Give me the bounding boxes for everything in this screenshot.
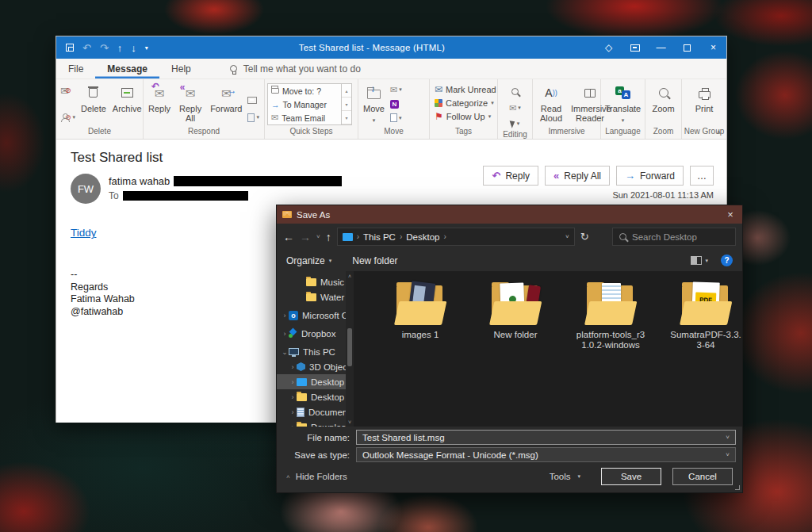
more-actions-button[interactable]: … — [690, 166, 714, 186]
chevron-down-icon[interactable]: ˅ — [726, 451, 730, 458]
hide-folders-button[interactable]: ˄Hide Folders — [286, 472, 347, 481]
archive-button[interactable]: Archive — [110, 83, 144, 114]
coming-soon-gem-icon[interactable]: ◇ — [596, 36, 622, 59]
actions-button[interactable]: ▾ — [390, 112, 402, 124]
tree-item-microsoft-outlook[interactable]: ›Microsoft Outlook — [277, 308, 354, 323]
quick-steps-scroll[interactable]: ▴▾▾ — [341, 84, 351, 124]
reply-all-action-button[interactable]: «Reply All — [545, 166, 610, 186]
zoom-button[interactable]: Zoom — [649, 83, 676, 114]
help-button[interactable]: ? — [721, 255, 733, 266]
tree-item-desktop-selected[interactable]: ›Desktop — [277, 374, 354, 389]
tab-file[interactable]: File — [56, 59, 95, 78]
tree-item-this-pc[interactable]: ⌄This PC — [277, 344, 354, 359]
breadcrumb-desktop[interactable]: Desktop — [406, 232, 439, 242]
maximize-button[interactable] — [674, 36, 700, 59]
change-view-button[interactable]: ▾ — [691, 256, 708, 265]
quick-step-move-to[interactable]: Move to: ? — [268, 84, 341, 98]
folder-with-list-icon — [584, 281, 637, 325]
recent-locations-icon[interactable]: ˅ — [316, 233, 320, 240]
meeting-button[interactable] — [247, 94, 259, 106]
new-folder-button[interactable]: New folder — [352, 255, 397, 266]
forward-action-button[interactable]: →Forward — [616, 166, 684, 186]
back-icon[interactable]: ← — [283, 231, 294, 243]
tree-item-3d-objects[interactable]: ›3D Objects — [277, 359, 354, 374]
collapse-ribbon-button[interactable]: ˄ — [717, 128, 721, 136]
translate-button[interactable]: aA Translate ▾ — [603, 83, 643, 126]
tree-item-music[interactable]: Music — [277, 274, 354, 289]
ribbon-display-options-icon[interactable] — [622, 36, 648, 59]
more-respond-actions-button[interactable]: ▾ — [247, 111, 259, 124]
move-up-icon[interactable]: ↑ — [117, 42, 123, 54]
up-icon[interactable]: ↑ — [326, 231, 331, 243]
tree-item-documents[interactable]: ›Documents — [277, 404, 354, 419]
tools-button[interactable]: Tools▾ — [550, 472, 580, 481]
minimize-button[interactable]: — — [648, 36, 674, 59]
tree-item-water[interactable]: Water — [277, 289, 354, 304]
ignore-button[interactable]: ✉⊘ — [60, 84, 75, 97]
save-icon[interactable] — [66, 44, 74, 52]
read-aloud-button[interactable]: A)) Read Aloud — [535, 83, 567, 124]
sender-name[interactable]: fatima wahab — [109, 175, 170, 187]
move-down-icon[interactable]: ↓ — [131, 42, 136, 54]
tab-help[interactable]: Help — [159, 59, 203, 78]
quick-step-to-manager[interactable]: →To Manager — [268, 98, 341, 111]
onenote-button[interactable]: N — [390, 98, 402, 110]
move-button[interactable]: ↓ Move ▾ — [361, 83, 387, 126]
tiddy-link[interactable]: Tiddy — [71, 227, 97, 239]
reply-button[interactable]: ✉↶ Reply — [146, 83, 173, 114]
delete-button[interactable]: Delete — [79, 83, 109, 114]
tree-scrollbar[interactable]: ˄ ˅ — [346, 271, 354, 427]
tree-item-downloads-partial[interactable]: ›Downloads — [277, 419, 354, 427]
undo-icon[interactable]: ↶ — [82, 42, 91, 54]
forward-button[interactable]: ✉→ Forward — [208, 83, 244, 114]
redacted-email — [174, 176, 342, 186]
dialog-close-button[interactable]: × — [718, 205, 742, 224]
reply-action-button[interactable]: ↶Reply — [483, 166, 538, 186]
file-item-sumatrapdf[interactable]: PDF SumatraPDF-3.3. 3-64 — [669, 281, 742, 350]
scroll-down-icon[interactable]: ˅ — [348, 417, 351, 427]
address-dropdown-icon[interactable]: ˅ — [565, 233, 569, 240]
print-button[interactable]: Print — [693, 83, 716, 114]
search-box[interactable]: Search Desktop — [612, 228, 736, 246]
file-item-images-1[interactable]: images 1 — [384, 281, 457, 340]
tell-me-search[interactable]: Tell me what you want to do — [230, 63, 361, 75]
resize-grip[interactable] — [735, 485, 740, 490]
caption-buttons: ◇ — × — [596, 36, 726, 59]
junk-button[interactable]: ⊘▾ — [60, 111, 75, 124]
address-bar[interactable]: › This PC › Desktop › ˅ — [337, 228, 575, 246]
rules-button[interactable]: ✉▾ — [390, 84, 402, 96]
scroll-thumb[interactable] — [347, 328, 352, 366]
categorize-button[interactable]: Categorize▾ — [435, 97, 494, 109]
forward-icon[interactable]: → — [300, 231, 311, 243]
scroll-up-icon[interactable]: ˄ — [348, 271, 351, 281]
close-button[interactable]: × — [700, 36, 726, 59]
tree-item-dropbox[interactable]: ›Dropbox — [277, 326, 354, 341]
tree-item-desktop-folder[interactable]: ›Desktop — [277, 389, 354, 404]
find-button[interactable] — [511, 84, 519, 98]
onenote-icon: N — [390, 100, 399, 109]
tab-message[interactable]: Message — [95, 59, 159, 78]
save-as-type-label: Save as type: — [277, 450, 356, 460]
redo-icon[interactable]: ↷ — [100, 42, 109, 54]
file-name-input[interactable]: Test Shared list.msg ˅ — [356, 430, 736, 445]
file-item-platform-tools[interactable]: platform-tools_r3 1.0.2-windows — [574, 281, 647, 350]
outlook-envelope-icon — [282, 211, 292, 218]
select-cursor-icon — [509, 119, 516, 128]
reply-arrow-icon: ↶ — [492, 170, 500, 182]
reply-all-button[interactable]: ✉« Reply All — [174, 83, 206, 124]
quick-step-team-email[interactable]: ✉Team Email — [268, 111, 341, 124]
chevron-down-icon[interactable]: ˅ — [726, 434, 730, 441]
breadcrumb-this-pc[interactable]: This PC — [363, 232, 396, 242]
follow-up-button[interactable]: ⚑Follow Up▾ — [435, 110, 491, 123]
select-button[interactable]: ▾ — [511, 117, 520, 130]
related-button[interactable]: ✉▾ — [509, 101, 521, 114]
cancel-button[interactable]: Cancel — [672, 468, 733, 485]
organize-button[interactable]: Organize▾ — [286, 255, 331, 266]
save-as-type-select[interactable]: Outlook Message Format - Unicode (*.msg)… — [356, 447, 736, 462]
refresh-icon[interactable]: ↻ — [580, 231, 589, 243]
forward-arrow-icon: → — [625, 170, 635, 182]
sender-avatar[interactable]: FW — [71, 174, 101, 204]
save-button[interactable]: Save — [601, 468, 661, 485]
mark-unread-button[interactable]: ✉Mark Unread — [435, 83, 496, 96]
file-item-new-folder[interactable]: New folder — [479, 281, 552, 340]
